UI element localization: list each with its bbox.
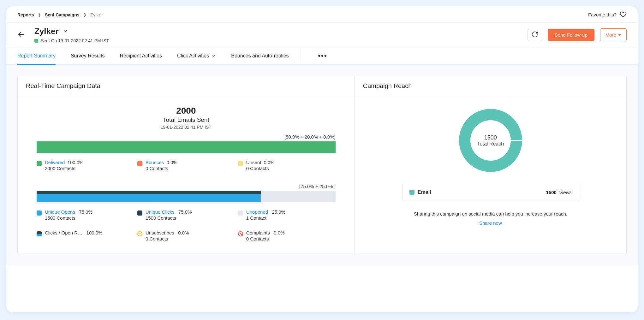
- reach-title: Campaign Reach: [355, 76, 626, 96]
- metric-complaints[interactable]: Complaints 0.0% 0 Contacts: [238, 230, 336, 241]
- caret-down-icon: [618, 34, 621, 36]
- tab-survey-results[interactable]: Survey Results: [71, 47, 105, 64]
- metric-unique-opens[interactable]: Unique Opens 75.0% 1500 Contacts: [37, 209, 134, 221]
- share-now-link[interactable]: Share now: [479, 220, 502, 226]
- swatch-icon: [37, 161, 42, 166]
- chevron-right-icon: ❯: [38, 13, 41, 17]
- chevron-down-icon[interactable]: [63, 28, 68, 35]
- reach-donut-value: 1500: [484, 134, 497, 141]
- reach-donut-chart: 1500 Total Reach: [459, 109, 522, 172]
- complaint-icon: [238, 231, 243, 236]
- chevron-down-icon: [212, 54, 216, 58]
- metric-unique-clicks[interactable]: Unique Clicks 75.0% 1500 Contacts: [137, 209, 235, 221]
- metric-delivered[interactable]: Delivered 100.0% 2000 Contacts: [37, 160, 134, 171]
- swatch-icon: [137, 210, 142, 216]
- metric-unsent[interactable]: Unsent 0.0% 0 Contacts: [238, 160, 336, 171]
- total-emails-label: Total Emails Sent: [37, 116, 336, 123]
- tab-click-activities[interactable]: Click Activities: [177, 47, 216, 64]
- page-title: Zylker: [34, 27, 59, 36]
- app-window: Reports ❯ Sent Campaigns ❯ Zylker Favori…: [6, 6, 638, 312]
- reach-views-word: Views: [559, 190, 572, 195]
- refresh-button[interactable]: [528, 29, 542, 41]
- heart-icon[interactable]: [620, 11, 627, 19]
- breadcrumb-bar: Reports ❯ Sent Campaigns ❯ Zylker Favori…: [6, 6, 638, 23]
- engagement-bar-chart: [37, 191, 336, 202]
- reach-views-value: 1500: [546, 190, 557, 195]
- breadcrumb-reports[interactable]: Reports: [17, 12, 34, 17]
- tab-bar: Report Summary Survey Results Recipient …: [6, 47, 638, 65]
- metric-unsubscribes[interactable]: Unsubscribes 0.0% 0 Contacts: [137, 230, 235, 241]
- swatch-icon: [137, 161, 142, 166]
- tab-bounces-autoreplies[interactable]: Bounces and Auto-replies: [231, 47, 289, 64]
- more-button[interactable]: More: [600, 28, 627, 41]
- reach-donut-label: Total Reach: [477, 141, 504, 147]
- delivery-bar-delivered: [37, 141, 336, 153]
- unsubscribe-icon: [137, 231, 142, 236]
- total-emails-date: 19-01-2022 02:41 PM IST: [37, 125, 336, 130]
- favorite-this[interactable]: Favorite this?: [588, 11, 627, 19]
- metric-bounces[interactable]: Bounces 0.0% 0 Contacts: [137, 160, 235, 171]
- engagement-bar-opens: [37, 194, 261, 202]
- metric-unopened[interactable]: Unopened 25.0% 1 Contact: [238, 209, 336, 221]
- campaign-reach-card: Campaign Reach 1500 Total Reach Email: [355, 76, 627, 254]
- realtime-title: Real-Time Campaign Data: [18, 76, 355, 96]
- swatch-icon: [409, 190, 414, 195]
- engagement-bar-unopened: [261, 194, 336, 202]
- reach-channel-row: Email 1500 Views: [402, 184, 579, 200]
- breadcrumb: Reports ❯ Sent Campaigns ❯ Zylker: [17, 12, 103, 17]
- total-emails-block: 2000 Total Emails Sent 19-01-2022 02:41 …: [37, 106, 336, 130]
- more-label: More: [605, 32, 616, 38]
- tab-overflow-button[interactable]: •••: [316, 52, 330, 60]
- status-dot-icon: [34, 39, 38, 43]
- engagement-bar-caption: [75.0% + 25.0% ]: [37, 184, 336, 189]
- swatch-icon: [37, 231, 42, 236]
- send-followup-button[interactable]: Send Follow-up: [548, 29, 594, 41]
- back-arrow-icon[interactable]: [17, 30, 26, 40]
- breadcrumb-current: Zylker: [90, 12, 103, 17]
- delivery-bar-caption: [80.0% + 20.0% + 0.0%]: [37, 134, 336, 139]
- tab-report-summary[interactable]: Report Summary: [17, 47, 56, 64]
- donut-notch: [511, 140, 523, 141]
- swatch-icon: [238, 161, 243, 166]
- realtime-campaign-card: Real-Time Campaign Data 2000 Total Email…: [17, 76, 355, 254]
- reach-hint-text: Sharing this campaign on social media ca…: [414, 211, 567, 216]
- total-emails-value: 2000: [37, 106, 336, 116]
- favorite-label: Favorite this?: [588, 12, 617, 17]
- reach-channel-label: Email: [418, 189, 431, 195]
- chevron-right-icon: ❯: [83, 13, 86, 17]
- tab-recipient-activities[interactable]: Recipient Activities: [120, 47, 162, 64]
- swatch-icon: [238, 210, 243, 216]
- metric-click-open-rate[interactable]: Clicks / Open R… 100.0%: [37, 230, 134, 241]
- swatch-icon: [37, 210, 42, 216]
- title-row: Zylker Sent On 19-01-2022 02:41 PM IST S…: [6, 23, 638, 47]
- breadcrumb-sent-campaigns[interactable]: Sent Campaigns: [45, 12, 80, 17]
- engagement-bar-clicks: [37, 191, 261, 194]
- sent-status: Sent On 19-01-2022 02:41 PM IST: [34, 38, 109, 43]
- refresh-icon: [531, 31, 538, 39]
- tab-divider: [300, 51, 301, 61]
- content-area: Real-Time Campaign Data 2000 Total Email…: [6, 65, 638, 265]
- delivery-bar-chart: [37, 141, 336, 153]
